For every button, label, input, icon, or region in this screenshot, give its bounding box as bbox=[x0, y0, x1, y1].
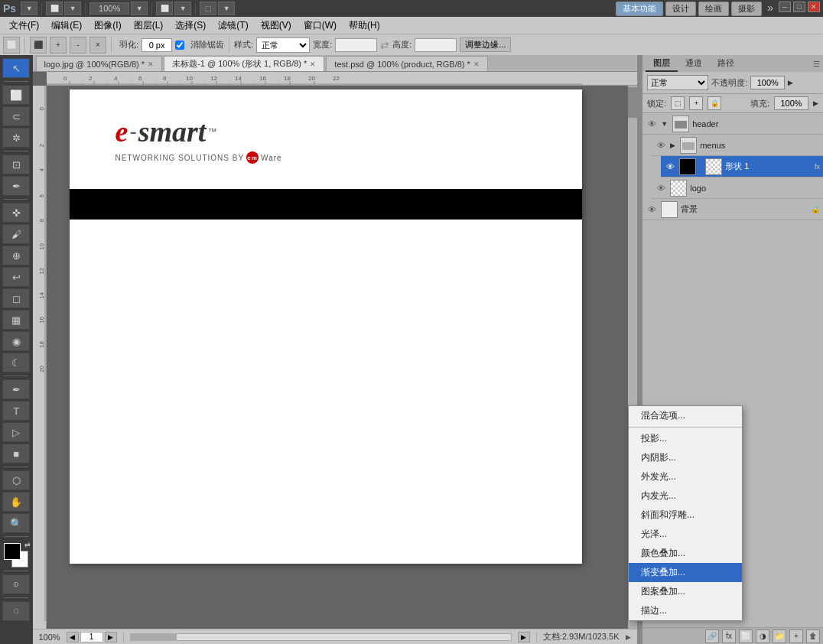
more-icon[interactable]: » bbox=[767, 2, 773, 16]
crop-tool[interactable]: ⊡ bbox=[2, 154, 30, 174]
layer-vis-menus[interactable]: 👁 bbox=[655, 139, 667, 151]
channels-tab[interactable]: 通道 bbox=[678, 56, 710, 72]
opacity-input[interactable] bbox=[750, 76, 785, 89]
menu-view[interactable]: 视图(V) bbox=[255, 18, 298, 34]
menu-select[interactable]: 选择(S) bbox=[169, 18, 212, 34]
ctx-blend-options[interactable]: 混合选项... bbox=[629, 406, 742, 425]
tab-untitled-close[interactable]: ✕ bbox=[310, 60, 316, 68]
new-doc-icon[interactable]: ⬜ bbox=[46, 2, 63, 15]
dodge-tool[interactable]: ☾ bbox=[2, 353, 30, 372]
layer-header-group[interactable]: 👁 ▼ header bbox=[642, 113, 823, 135]
lasso-tool[interactable]: ⊂ bbox=[2, 106, 30, 126]
layer-menus-group[interactable]: 👁 ▶ menus bbox=[652, 135, 823, 156]
minimize-btn[interactable]: ─ bbox=[779, 2, 791, 12]
blur-tool[interactable]: ◉ bbox=[2, 331, 30, 351]
fill-input[interactable] bbox=[774, 96, 808, 110]
screen-mode-tool[interactable]: □ bbox=[2, 601, 30, 621]
zoom-down-icon[interactable]: ▼ bbox=[131, 2, 148, 15]
ctx-gradient-overlay[interactable]: 渐变叠加... bbox=[629, 563, 742, 582]
magic-wand-tool[interactable]: ✲ bbox=[2, 128, 30, 148]
ctx-inner-shadow[interactable]: 内阴影... bbox=[629, 448, 742, 467]
gradient-tool[interactable]: ▦ bbox=[2, 310, 30, 330]
ctx-bevel[interactable]: 斜面和浮雕... bbox=[629, 506, 742, 525]
select-sub-icon[interactable]: - bbox=[70, 37, 86, 54]
tab-logo[interactable]: logo.jpg @ 100%(RGB/8) * ✕ bbox=[36, 56, 163, 71]
page-num-input[interactable] bbox=[80, 632, 103, 642]
rect-select-tool[interactable]: ⬜ bbox=[2, 85, 30, 105]
fill-arrow[interactable]: ▶ bbox=[813, 99, 818, 107]
nav-next-btn[interactable]: ▶ bbox=[105, 632, 117, 642]
menu-window[interactable]: 窗口(W) bbox=[298, 18, 343, 34]
layer-background[interactable]: 👁 背景 🔒 bbox=[642, 199, 823, 220]
select-add-icon[interactable]: + bbox=[50, 37, 67, 54]
clone-stamp-tool[interactable]: ⊕ bbox=[2, 246, 30, 265]
swap-colors-icon[interactable]: ⇄ bbox=[24, 541, 31, 548]
layer-mask-btn[interactable]: ⬜ bbox=[739, 629, 753, 643]
scroll-track[interactable] bbox=[130, 633, 512, 641]
zoom-tool[interactable]: 🔍 bbox=[2, 513, 30, 533]
group-arrow-header[interactable]: ▼ bbox=[661, 120, 668, 128]
lock-all-btn[interactable]: 🔒 bbox=[708, 96, 721, 110]
layers-tab[interactable]: 图层 bbox=[646, 56, 678, 72]
close-btn[interactable]: ✕ bbox=[808, 2, 820, 12]
scroll-right-btn[interactable]: ▶ bbox=[518, 632, 530, 642]
pen-tool[interactable]: ✒ bbox=[2, 379, 30, 399]
panel-menu-icon[interactable]: ☰ bbox=[813, 60, 820, 68]
heal-tool[interactable]: ✜ bbox=[2, 203, 30, 223]
workspace-photo-btn[interactable]: 摄影 bbox=[731, 2, 762, 16]
layer-new-btn[interactable]: + bbox=[789, 629, 803, 643]
layer-shape1[interactable]: 👁 形状 1 fx bbox=[661, 156, 823, 177]
layer-adj-btn[interactable]: ◑ bbox=[756, 629, 769, 643]
3d-tool[interactable]: ⬡ bbox=[2, 470, 30, 490]
style-select[interactable]: 正常 固定比例 固定大小 bbox=[256, 37, 310, 53]
view-options-icon[interactable]: ▼ bbox=[174, 2, 191, 15]
antialias-checkbox[interactable] bbox=[175, 41, 184, 50]
ctx-color-overlay[interactable]: 颜色叠加... bbox=[629, 544, 742, 563]
rect-select-icon[interactable]: ⬜ bbox=[3, 37, 20, 54]
ctx-drop-shadow[interactable]: 投影... bbox=[629, 429, 742, 448]
tab-untitled[interactable]: 未标题-1 @ 100% (形状 1, RGB/8) * ✕ bbox=[164, 56, 324, 71]
layer-vis-bg[interactable]: 👁 bbox=[646, 203, 658, 216]
ctx-inner-glow[interactable]: 内发光... bbox=[629, 486, 742, 506]
menu-help[interactable]: 帮助(H) bbox=[343, 18, 386, 34]
menu-edit[interactable]: 编辑(E) bbox=[45, 18, 88, 34]
tab-test-close[interactable]: ✕ bbox=[473, 60, 480, 68]
swap-dims-icon[interactable]: ⇄ bbox=[380, 39, 389, 51]
standard-view-icon[interactable]: ⬜ bbox=[156, 2, 173, 15]
layer-logo[interactable]: 👁 logo bbox=[652, 177, 823, 199]
ctx-outer-glow[interactable]: 外发光... bbox=[629, 467, 742, 486]
ctx-satin[interactable]: 光泽... bbox=[629, 525, 742, 544]
layer-fx-btn[interactable]: fx bbox=[722, 629, 736, 643]
opacity-arrow[interactable]: ▶ bbox=[788, 79, 793, 86]
color-display[interactable]: ⇄ bbox=[4, 543, 28, 568]
doc-options-icon[interactable]: ▼ bbox=[64, 2, 81, 15]
menu-layer[interactable]: 图层(L) bbox=[128, 18, 170, 34]
tab-logo-close[interactable]: ✕ bbox=[148, 60, 154, 68]
lock-position-btn[interactable]: + bbox=[689, 96, 703, 110]
height-input[interactable] bbox=[415, 38, 457, 52]
tab-test[interactable]: test.psd @ 100% (product, RGB/8) * ✕ bbox=[326, 56, 487, 71]
scroll-thumb[interactable] bbox=[131, 634, 177, 640]
layer-link-btn[interactable]: 🔗 bbox=[705, 629, 719, 643]
layer-vis-shape1[interactable]: 👁 bbox=[664, 161, 676, 173]
history-brush-tool[interactable]: ↩ bbox=[2, 267, 30, 287]
group-arrow-menus[interactable]: ▶ bbox=[670, 141, 675, 149]
layer-vis-logo[interactable]: 👁 bbox=[655, 182, 667, 194]
ctx-stroke[interactable]: 描边... bbox=[629, 601, 742, 620]
ctx-pattern-overlay[interactable]: 图案叠加... bbox=[629, 582, 742, 601]
lock-pixels-btn[interactable]: ⬚ bbox=[671, 96, 685, 110]
nav-prev-btn[interactable]: ◀ bbox=[67, 632, 79, 642]
menu-image[interactable]: 图像(I) bbox=[88, 18, 127, 34]
path-select-tool[interactable]: ▷ bbox=[2, 422, 30, 442]
select-style-icon[interactable]: ⬛ bbox=[30, 37, 47, 54]
adjust-edge-btn[interactable]: 调整边缘... bbox=[460, 37, 511, 52]
feather-input[interactable] bbox=[142, 38, 172, 52]
brush-tool[interactable]: 🖌 bbox=[2, 224, 30, 244]
zoom-display[interactable]: 100% bbox=[89, 2, 129, 15]
foreground-color[interactable] bbox=[4, 543, 21, 560]
menu-filter[interactable]: 滤镜(T) bbox=[212, 18, 254, 34]
layer-delete-btn[interactable]: 🗑 bbox=[806, 629, 820, 643]
layer-vis-header[interactable]: 👁 bbox=[646, 118, 658, 130]
paths-tab[interactable]: 路径 bbox=[710, 56, 742, 72]
width-input[interactable] bbox=[335, 38, 377, 52]
